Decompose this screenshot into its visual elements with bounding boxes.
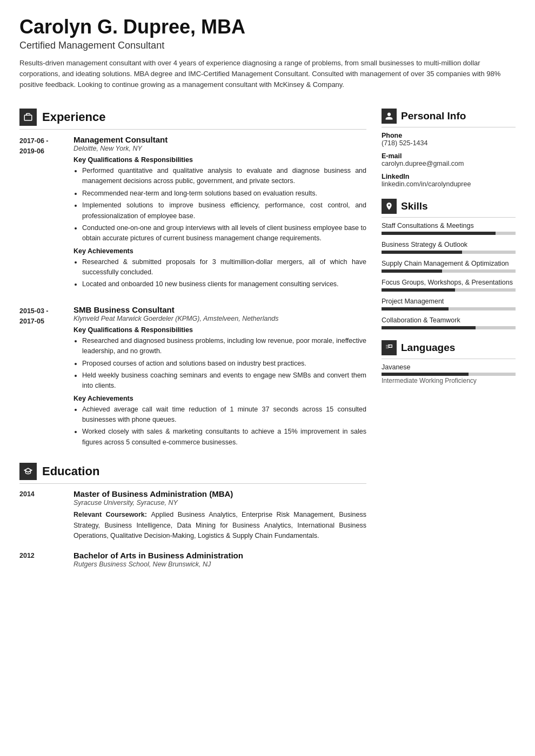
skill-bar-background (382, 269, 516, 273)
education-entry: 2012Bachelor of Arts in Business Adminis… (19, 551, 366, 571)
exp-achievement-item: Achieved average call wait time reductio… (82, 404, 366, 426)
skill-bar-fill (382, 326, 476, 329)
experience-section-header: Experience (19, 109, 366, 130)
briefcase-svg (23, 112, 33, 122)
exp-body: Management ConsultantDeloitte, New York,… (73, 135, 366, 293)
skill-item: Staff Consultations & Meetings (382, 222, 516, 235)
skill-bar-background (382, 288, 516, 292)
exp-qualifications-heading: Key Qualifications & Responsibilities (73, 156, 366, 164)
skills-title: Skills (401, 200, 428, 212)
exp-qualification-item: Recommended near-term and long-term solu… (82, 188, 366, 199)
skill-name: Project Management (382, 298, 516, 305)
skill-bar-background (382, 251, 516, 254)
experience-title: Experience (42, 110, 105, 124)
exp-achievement-item: Worked closely with sales & marketing co… (82, 427, 366, 448)
skill-bar-background (382, 232, 516, 235)
exp-qualifications-list: Researched and diagnosed business proble… (73, 336, 366, 392)
person-svg (385, 112, 393, 120)
edu-school: Syracuse University, Syracuse, NY (73, 499, 366, 507)
exp-achievements-heading: Key Achievements (73, 395, 366, 402)
education-title: Education (42, 464, 99, 478)
skill-bar-fill (382, 232, 496, 235)
exp-company: Klynveld Peat Marwick Goerdeler (KPMG), … (73, 315, 366, 322)
edu-year: 2012 (19, 551, 68, 571)
skills-header: Skills (382, 199, 516, 218)
experience-entry: 2015-03 - 2017-05SMB Business Consultant… (19, 305, 366, 451)
left-column: Experience 2017-06 - 2019-06Management C… (19, 109, 366, 581)
personal-info-label: Phone (382, 132, 516, 139)
personal-info-item: Phone(718) 525-1434 (382, 132, 516, 147)
edu-coursework: Relevant Coursework: Applied Business An… (73, 510, 366, 541)
exp-dates: 2017-06 - 2019-06 (19, 135, 68, 293)
skill-bar-fill (382, 251, 462, 254)
resume-wrapper: Carolyn G. Dupree, MBA Certified Managem… (0, 0, 535, 756)
personal-info-title: Personal Info (401, 110, 466, 122)
candidate-name: Carolyn G. Dupree, MBA (19, 16, 516, 38)
personal-info-value: (718) 525-1434 (382, 139, 516, 147)
experience-list: 2017-06 - 2019-06Management ConsultantDe… (19, 135, 366, 451)
skill-item: Project Management (382, 298, 516, 310)
personal-info-header: Personal Info (382, 109, 516, 127)
skill-bar-fill (382, 288, 455, 292)
language-name: Javanese (382, 363, 516, 371)
edu-coursework-label: Relevant Coursework: (73, 511, 151, 518)
language-bar-background (382, 373, 516, 376)
skill-name: Focus Groups, Workshops, & Presentations (382, 279, 516, 286)
personal-info-label: E-mail (382, 152, 516, 160)
right-column: Personal Info Phone(718) 525-1434E-mailc… (382, 109, 516, 581)
edu-body: Bachelor of Arts in Business Administrat… (73, 551, 366, 571)
edu-body: Master of Business Administration (MBA)S… (73, 489, 366, 541)
skill-bar-background (382, 326, 516, 329)
exp-dates: 2015-03 - 2017-05 (19, 305, 68, 451)
skills-icon (382, 199, 397, 214)
mortarboard-icon (19, 463, 37, 480)
language-level: Intermediate Working Proficiency (382, 377, 516, 384)
exp-achievement-item: Researched & submitted proposals for 3 m… (82, 257, 366, 278)
personal-info-label: LinkedIn (382, 173, 516, 180)
languages-header: Languages (382, 340, 516, 359)
exp-achievement-item: Located and onboarded 10 new business cl… (82, 279, 366, 289)
skill-bar-background (382, 307, 516, 310)
exp-body: SMB Business ConsultantKlynveld Peat Mar… (73, 305, 366, 451)
personal-info-item: E-mailcarolyn.dupree@gmail.com (382, 152, 516, 167)
candidate-summary: Results-driven management consultant wit… (19, 58, 516, 90)
personal-info-item: LinkedInlinkedin.com/in/carolyndupree (382, 173, 516, 188)
exp-achievements-list: Researched & submitted proposals for 3 m… (73, 257, 366, 290)
exp-qualification-item: Implemented solutions to improve busines… (82, 200, 366, 221)
person-icon (382, 109, 397, 124)
edu-school: Rutgers Business School, New Brunswick, … (73, 561, 366, 568)
personal-info-section: Personal Info Phone(718) 525-1434E-mailc… (382, 109, 516, 188)
edu-degree: Master of Business Administration (MBA) (73, 489, 366, 498)
header-section: Carolyn G. Dupree, MBA Certified Managem… (19, 16, 516, 90)
skill-bar-fill (382, 307, 449, 310)
skill-item: Collaboration & Teamwork (382, 316, 516, 329)
exp-qualification-item: Researched and diagnosed business proble… (82, 336, 366, 357)
skill-name: Collaboration & Teamwork (382, 316, 516, 324)
education-section-header: Education (19, 463, 366, 484)
main-content: Experience 2017-06 - 2019-06Management C… (19, 109, 516, 581)
exp-qualification-item: Held weekly business coaching seminars a… (82, 370, 366, 392)
skill-bar-fill (382, 269, 442, 273)
exp-job-title: SMB Business Consultant (73, 305, 366, 314)
exp-qualification-item: Performed quantitative and qualitative a… (82, 166, 366, 187)
exp-achievements-heading: Key Achievements (73, 247, 366, 255)
personal-info-value: carolyn.dupree@gmail.com (382, 160, 516, 167)
education-entry: 2014Master of Business Administration (M… (19, 489, 366, 541)
edu-degree: Bachelor of Arts in Business Administrat… (73, 551, 366, 560)
skill-item: Supply Chain Management & Optimization (382, 260, 516, 273)
experience-entry: 2017-06 - 2019-06Management ConsultantDe… (19, 135, 366, 293)
languages-title: Languages (401, 342, 455, 354)
exp-achievements-list: Achieved average call wait time reductio… (73, 404, 366, 448)
languages-section: Languages JavaneseIntermediate Working P… (382, 340, 516, 384)
personal-info-value: linkedin.com/in/carolyndupree (382, 180, 516, 188)
skill-name: Staff Consultations & Meetings (382, 222, 516, 230)
exp-qualifications-heading: Key Qualifications & Responsibilities (73, 326, 366, 334)
exp-qualification-item: Proposed courses of action and solutions… (82, 359, 366, 369)
skills-svg (385, 202, 393, 211)
language-bar-fill (382, 373, 469, 376)
skill-item: Focus Groups, Workshops, & Presentations (382, 279, 516, 292)
languages-svg (385, 343, 393, 352)
skill-name: Business Strategy & Outlook (382, 241, 516, 248)
exp-job-title: Management Consultant (73, 135, 366, 144)
edu-year: 2014 (19, 489, 68, 541)
